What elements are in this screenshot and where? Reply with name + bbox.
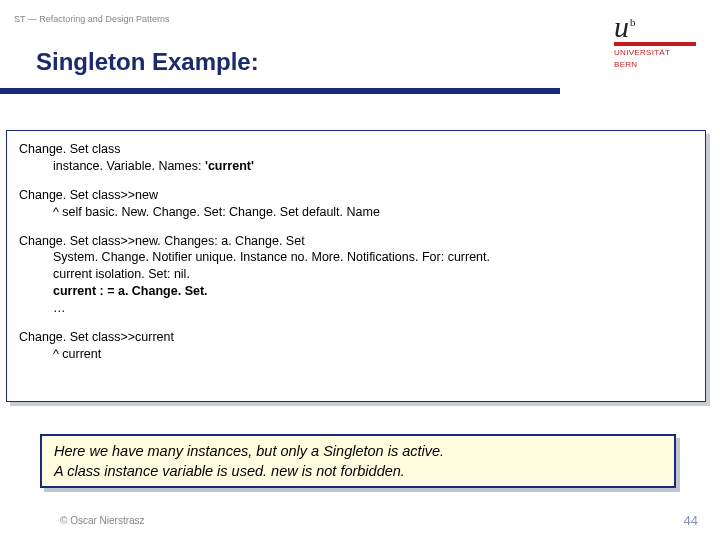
code-line: current isolation. Set: nil. (19, 266, 693, 283)
logo-letter: u (614, 10, 630, 43)
header-rule (0, 88, 560, 94)
code-line: Change. Set class>>new (19, 187, 693, 204)
breadcrumb: ST — Refactoring and Design Patterns (14, 14, 169, 24)
code-line: System. Change. Notifier unique. Instanc… (19, 249, 693, 266)
code-line: Change. Set class (19, 141, 693, 158)
copyright: © Oscar Nierstrasz (60, 515, 145, 526)
logo-mark: ub (614, 10, 696, 44)
code-bold: 'current' (205, 159, 254, 173)
code-bold-line: current : = a. Change. Set. (19, 283, 693, 300)
code-line: ^ current (19, 346, 693, 363)
header: ST — Refactoring and Design Patterns Sin… (0, 0, 720, 95)
logo-superscript: b (630, 16, 637, 28)
note-box: Here we have many instances, but only a … (40, 434, 676, 488)
code-box: Change. Set class instance. Variable. Na… (6, 130, 706, 402)
logo-text-1: UNIVERSITÄT (614, 48, 696, 58)
page-number: 44 (684, 513, 698, 528)
logo-text-2: BERN (614, 60, 696, 70)
note-line: Here we have many instances, but only a … (54, 442, 662, 462)
code-text: instance. Variable. Names: (53, 159, 205, 173)
university-logo: ub UNIVERSITÄT BERN (614, 10, 696, 69)
code-line: ^ self basic. New. Change. Set: Change. … (19, 204, 693, 221)
note-line: A class instance variable is used. new i… (54, 462, 662, 482)
code-line: Change. Set class>>new. Changes: a. Chan… (19, 233, 693, 250)
code-line: … (19, 300, 693, 317)
code-line: instance. Variable. Names: 'current' (19, 158, 693, 175)
page-title: Singleton Example: (36, 48, 259, 76)
code-line: Change. Set class>>current (19, 329, 693, 346)
